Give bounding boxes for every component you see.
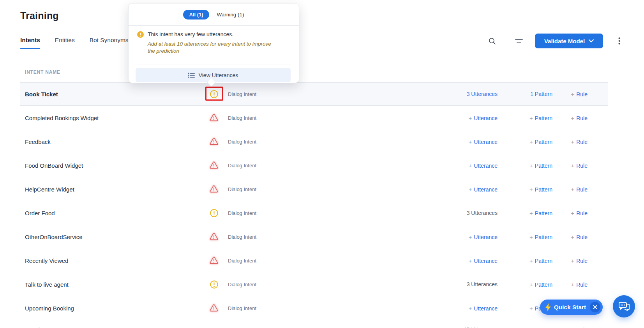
utterances-action[interactable]: +Utterance bbox=[469, 162, 498, 169]
plus-icon: + bbox=[571, 326, 574, 328]
intent-row[interactable]: Food OnBoard WidgetDialog Intent+Utteran… bbox=[20, 154, 608, 177]
pattern-action[interactable]: +Pattern bbox=[529, 234, 552, 240]
plus-icon: + bbox=[529, 281, 533, 288]
action-label: Pattern bbox=[535, 282, 552, 288]
plus-icon: + bbox=[529, 138, 533, 145]
intent-type-label: Dialog Intent bbox=[228, 186, 256, 192]
error-triangle-icon[interactable] bbox=[210, 256, 218, 265]
utterances-action[interactable]: 3 Utterances bbox=[467, 210, 498, 216]
warning-circle-icon[interactable] bbox=[210, 209, 218, 217]
action-label: Pattern bbox=[535, 163, 552, 169]
plus-icon: + bbox=[529, 257, 533, 264]
error-triangle-icon[interactable] bbox=[210, 113, 218, 122]
utterances-action[interactable]: +Utterance bbox=[469, 115, 498, 121]
intent-row[interactable]: Completed Bookings WidgetDialog Intent+U… bbox=[20, 106, 608, 129]
utterances-action[interactable]: 3 Utterances bbox=[467, 91, 498, 97]
popup-tab-warning[interactable]: Warning (1) bbox=[217, 12, 244, 18]
action-label: Pattern bbox=[535, 139, 552, 145]
error-triangle-icon[interactable] bbox=[210, 161, 218, 170]
plus-icon: + bbox=[469, 234, 472, 240]
quick-start-button[interactable]: Quick Start bbox=[540, 300, 603, 315]
validate-model-button[interactable]: Validate Model bbox=[535, 34, 603, 48]
action-label: Pattern bbox=[535, 234, 552, 240]
plus-icon: + bbox=[469, 305, 472, 312]
plus-icon: + bbox=[529, 115, 533, 121]
intent-name: Completed Bookings Widget bbox=[25, 115, 99, 121]
tab-bot-synonyms[interactable]: Bot Synonyms bbox=[90, 37, 129, 49]
warning-circle-icon[interactable] bbox=[210, 280, 218, 289]
warning-popup: All (1) Warning (1) This intent has very… bbox=[128, 3, 299, 83]
plus-icon: + bbox=[571, 257, 574, 264]
pattern-action[interactable]: +Pattern bbox=[529, 326, 552, 328]
rule-action[interactable]: +Rule bbox=[571, 234, 588, 240]
pattern-action[interactable]: 1 Pattern bbox=[530, 91, 552, 97]
popup-warning-detail: Add at least 10 utterances for every int… bbox=[148, 41, 276, 54]
rule-action[interactable]: +Rule bbox=[571, 326, 588, 328]
column-header-intent-name: INTENT NAME bbox=[25, 69, 60, 75]
intent-row[interactable]: Book TicketDialog Intent3 Utterances1 Pa… bbox=[20, 82, 608, 106]
action-label: Rule bbox=[576, 186, 588, 193]
tab-entities[interactable]: Entities bbox=[55, 37, 75, 49]
validate-model-label: Validate Model bbox=[544, 38, 585, 44]
error-triangle-icon[interactable] bbox=[210, 137, 218, 146]
chat-widget-button[interactable] bbox=[613, 295, 635, 317]
intent-row[interactable]: Weather ForecastDialog Intent45 Utteranc… bbox=[20, 318, 608, 328]
intent-row[interactable]: Talk to live agentDialog Intent3 Utteran… bbox=[20, 273, 608, 296]
kebab-menu-icon[interactable] bbox=[612, 34, 626, 48]
action-label: Rule bbox=[576, 91, 588, 98]
pattern-action[interactable]: +Pattern bbox=[529, 281, 552, 288]
rule-action[interactable]: +Rule bbox=[571, 162, 588, 169]
intent-row[interactable]: Upcoming BookingDialog Intent+Utterance+… bbox=[20, 296, 608, 320]
pattern-action[interactable]: +Pattern bbox=[529, 162, 552, 169]
plus-icon: + bbox=[529, 162, 533, 169]
pattern-action[interactable]: +Pattern bbox=[529, 257, 552, 264]
quick-start-close-button[interactable] bbox=[590, 302, 600, 312]
intent-name: Feedback bbox=[25, 138, 51, 145]
error-triangle-icon[interactable] bbox=[210, 304, 218, 312]
utterances-action[interactable]: +Utterance bbox=[469, 186, 498, 193]
intent-row[interactable]: HelpCentre WidgetDialog Intent+Utterance… bbox=[20, 177, 608, 201]
rule-action[interactable]: +Rule bbox=[571, 281, 588, 288]
utterances-action[interactable]: 45 Utterances bbox=[464, 326, 498, 328]
pattern-action[interactable]: +Pattern bbox=[529, 210, 552, 216]
utterances-action[interactable]: +Utterance bbox=[469, 138, 498, 145]
intent-name: Talk to live agent bbox=[25, 281, 69, 288]
plus-icon: + bbox=[529, 234, 533, 240]
rule-action[interactable]: +Rule bbox=[571, 186, 588, 193]
utterances-action[interactable]: +Utterance bbox=[469, 257, 498, 264]
rule-action[interactable]: +Rule bbox=[571, 210, 588, 216]
intent-row[interactable]: Order FoodDialog Intent3 Utterances+Patt… bbox=[20, 201, 608, 225]
search-icon[interactable] bbox=[485, 34, 499, 48]
plus-icon: + bbox=[529, 305, 533, 312]
utterances-action[interactable]: +Utterance bbox=[469, 234, 498, 240]
action-label: Pattern bbox=[535, 210, 552, 216]
filter-icon[interactable] bbox=[512, 34, 526, 48]
intent-row[interactable]: Recently ViewedDialog Intent+Utterance+P… bbox=[20, 249, 608, 272]
action-label: Utterance bbox=[474, 234, 498, 240]
popup-footer: View Utterances bbox=[136, 64, 291, 82]
rule-action[interactable]: +Rule bbox=[571, 257, 588, 264]
view-utterances-button[interactable]: View Utterances bbox=[136, 68, 291, 82]
intent-row[interactable]: OtherOnBoardServiceDialog Intent+Utteran… bbox=[20, 225, 608, 248]
tab-intents[interactable]: Intents bbox=[20, 37, 40, 49]
page-title: Training bbox=[20, 10, 59, 21]
plus-icon: + bbox=[469, 186, 472, 193]
action-label: Rule bbox=[576, 282, 588, 288]
utterances-action[interactable]: 3 Utterances bbox=[467, 281, 498, 287]
action-label: Pattern bbox=[535, 115, 552, 121]
rule-action[interactable]: +Rule bbox=[571, 115, 588, 121]
utterances-action[interactable]: +Utterance bbox=[469, 305, 498, 312]
error-triangle-icon[interactable] bbox=[210, 185, 218, 193]
pattern-action[interactable]: +Pattern bbox=[529, 115, 552, 121]
popup-tab-all[interactable]: All (1) bbox=[183, 10, 209, 20]
intent-row[interactable]: FeedbackDialog Intent+Utterance+Pattern+… bbox=[20, 130, 608, 153]
pattern-action[interactable]: +Pattern bbox=[529, 186, 552, 193]
plus-icon: + bbox=[469, 257, 472, 264]
action-label: Rule bbox=[576, 327, 588, 328]
pattern-action[interactable]: +Pattern bbox=[529, 138, 552, 145]
rule-action[interactable]: +Rule bbox=[571, 138, 588, 145]
error-triangle-icon[interactable] bbox=[210, 232, 218, 241]
action-label: Rule bbox=[576, 163, 588, 169]
action-label: Utterance bbox=[474, 258, 498, 264]
rule-action[interactable]: +Rule bbox=[571, 91, 588, 98]
